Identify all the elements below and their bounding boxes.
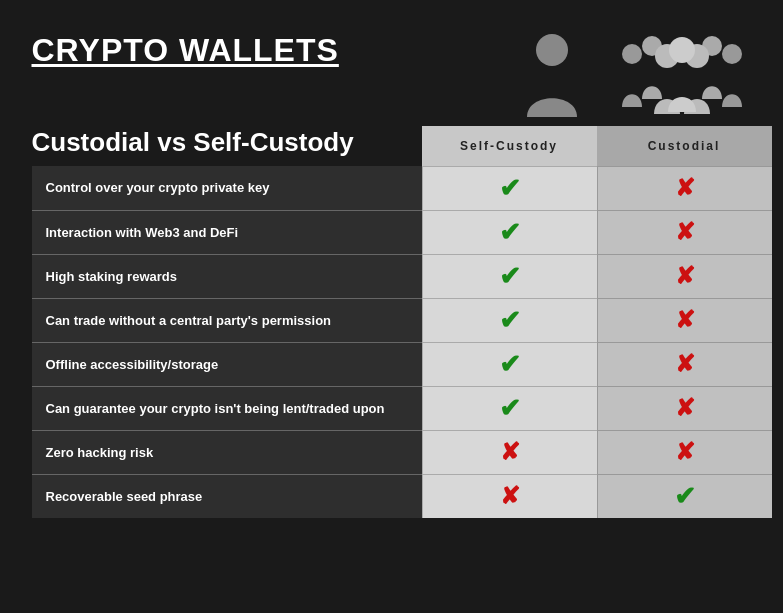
cross-icon: ✘: [500, 438, 520, 466]
check-icon: ✔: [499, 217, 521, 248]
cross-icon: ✘: [675, 306, 695, 334]
row-label: Control over your crypto private key: [32, 166, 422, 210]
cross-icon: ✘: [675, 350, 695, 378]
self-custody-cell: ✔: [422, 298, 597, 342]
self-custody-cell: ✔: [422, 386, 597, 430]
row-label: Recoverable seed phrase: [32, 474, 422, 518]
custodial-cell: ✘: [597, 298, 772, 342]
check-icon: ✔: [499, 305, 521, 336]
check-icon: ✔: [499, 261, 521, 292]
group-people-icon: [622, 32, 742, 122]
custodial-cell: ✘: [597, 430, 772, 474]
self-custody-cell: ✔: [422, 254, 597, 298]
check-icon: ✔: [499, 173, 521, 204]
custodial-cell: ✘: [597, 342, 772, 386]
row-label: Zero hacking risk: [32, 430, 422, 474]
table-row: High staking rewards✔✘: [32, 254, 752, 298]
row-label: Can trade without a central party's perm…: [32, 298, 422, 342]
svg-point-1: [622, 44, 642, 64]
table-row: Can guarantee your crypto isn't being le…: [32, 386, 752, 430]
cross-icon: ✘: [675, 438, 695, 466]
svg-point-4: [722, 44, 742, 64]
comparison-table: Control over your crypto private key✔✘In…: [32, 166, 752, 518]
self-custody-header: Self-Custody: [460, 139, 558, 153]
custodial-header: Custodial: [648, 139, 721, 153]
self-custody-cell: ✘: [422, 430, 597, 474]
row-label: Can guarantee your crypto isn't being le…: [32, 386, 422, 430]
self-custody-cell: ✔: [422, 342, 597, 386]
page-title: CRYPTO WALLETS: [32, 32, 339, 69]
self-custody-cell: ✘: [422, 474, 597, 518]
self-custody-cell: ✔: [422, 210, 597, 254]
comparison-subtitle: Custodial vs Self-Custody: [32, 127, 422, 166]
svg-point-7: [669, 37, 695, 63]
row-label: High staking rewards: [32, 254, 422, 298]
table-row: Recoverable seed phrase✘✔: [32, 474, 752, 518]
cross-icon: ✘: [500, 482, 520, 510]
row-label: Interaction with Web3 and DeFi: [32, 210, 422, 254]
table-row: Can trade without a central party's perm…: [32, 298, 752, 342]
main-container: CRYPTO WALLETS: [12, 12, 772, 602]
custodial-cell: ✘: [597, 166, 772, 210]
table-row: Zero hacking risk✘✘: [32, 430, 752, 474]
custodial-cell: ✔: [597, 474, 772, 518]
table-row: Control over your crypto private key✔✘: [32, 166, 752, 210]
cross-icon: ✘: [675, 262, 695, 290]
self-custody-cell: ✔: [422, 166, 597, 210]
cross-icon: ✘: [675, 218, 695, 246]
single-person-icon: [522, 32, 582, 122]
table-row: Interaction with Web3 and DeFi✔✘: [32, 210, 752, 254]
custodial-cell: ✘: [597, 210, 772, 254]
row-label: Offline accessibility/storage: [32, 342, 422, 386]
check-icon: ✔: [674, 481, 696, 512]
cross-icon: ✘: [675, 394, 695, 422]
check-icon: ✔: [499, 393, 521, 424]
table-row: Offline accessibility/storage✔✘: [32, 342, 752, 386]
custodial-cell: ✘: [597, 386, 772, 430]
custodial-cell: ✘: [597, 254, 772, 298]
check-icon: ✔: [499, 349, 521, 380]
cross-icon: ✘: [675, 174, 695, 202]
svg-point-0: [536, 34, 568, 66]
